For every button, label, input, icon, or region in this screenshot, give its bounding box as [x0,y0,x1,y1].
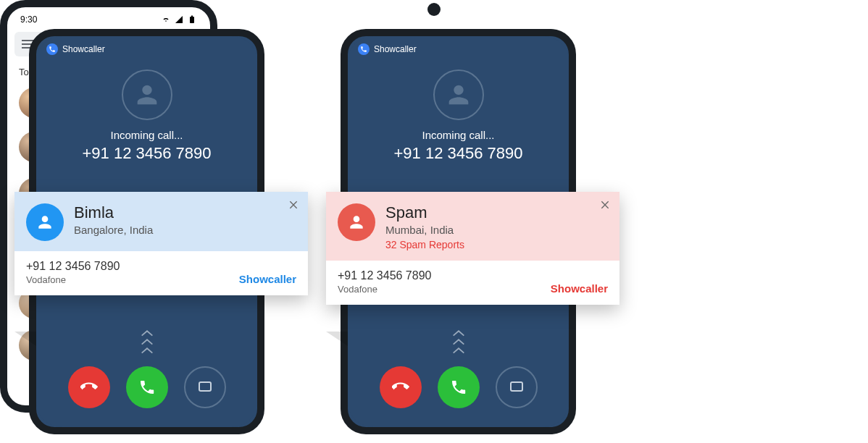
caller-id-card: Bimla Bangalore, India +91 12 3456 7890 … [14,192,308,295]
svg-rect-3 [191,16,193,17]
caller-avatar [433,69,484,120]
card-carrier: Vodafone [338,284,431,295]
caller-name: Bimla [74,203,153,222]
message-button[interactable] [184,366,226,408]
message-button[interactable] [496,366,538,408]
incoming-label: Incoming call... [348,129,569,141]
spam-reports: 32 Spam Reports [385,239,464,250]
card-carrier: Vodafone [26,274,120,285]
caller-location: Bangalore, India [74,224,153,236]
brand-label: Showcaller [62,44,105,54]
close-button[interactable] [599,199,611,214]
battery-icon [187,15,197,24]
accept-button[interactable] [126,366,168,408]
phone-icon [46,43,58,55]
person-icon [26,203,64,241]
card-brand: Showcaller [551,282,608,295]
status-time: 9:30 [20,14,37,25]
phone-incoming-spam: Showcaller Incoming call... +91 12 3456 … [341,29,576,434]
brand-label: Showcaller [374,44,417,54]
brand-row: Showcaller [348,36,569,62]
incoming-label: Incoming call... [36,129,257,141]
close-button[interactable] [288,199,299,214]
caller-location: Mumbai, India [385,224,464,236]
accept-button[interactable] [438,366,480,408]
card-brand: Showcaller [239,273,296,285]
swipe-up-hint [451,329,467,355]
svg-rect-2 [190,17,194,23]
phone-incoming-normal: Showcaller Incoming call... +91 12 3456 … [29,29,264,434]
status-bar: 9:30 [7,7,210,29]
caller-id-card-spam: Spam Mumbai, India 32 Spam Reports +91 1… [326,192,619,305]
swipe-up-hint [139,329,155,355]
signal-icon [174,15,184,24]
phone-icon [358,43,370,55]
person-icon [338,203,375,241]
caller-avatar [122,69,172,120]
decline-button[interactable] [380,366,422,408]
brand-row: Showcaller [36,36,257,62]
incoming-number: +91 12 3456 7890 [348,144,569,163]
decline-button[interactable] [68,366,110,408]
wifi-icon [161,15,171,24]
card-number: +91 12 3456 7890 [338,269,431,282]
card-number: +91 12 3456 7890 [26,260,120,273]
incoming-number: +91 12 3456 7890 [36,144,257,163]
caller-name: Spam [385,203,464,222]
